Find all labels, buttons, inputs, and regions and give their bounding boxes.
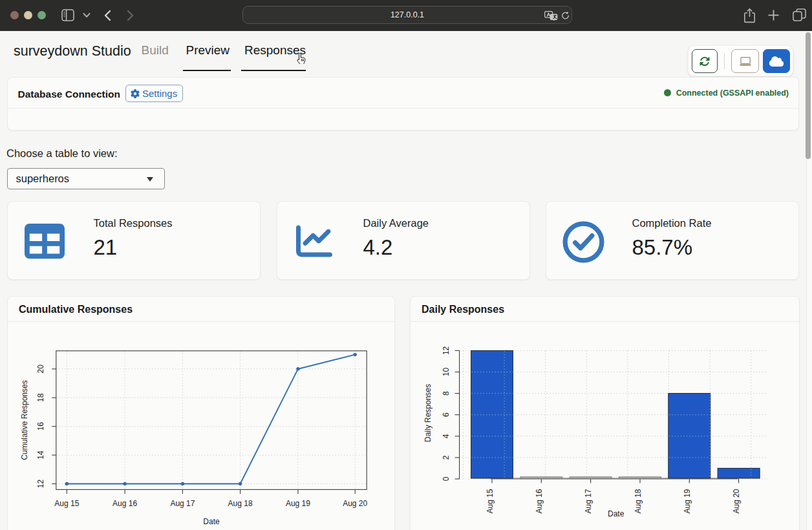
svg-text:Cumulative Responses: Cumulative Responses	[20, 380, 29, 460]
svg-text:Aug 20: Aug 20	[343, 499, 367, 508]
svg-text:Aug 18: Aug 18	[634, 489, 643, 513]
svg-text:8: 8	[442, 391, 451, 396]
svg-text:0: 0	[442, 476, 451, 481]
svg-text:Aug 15: Aug 15	[486, 489, 495, 513]
svg-text:10: 10	[442, 368, 451, 377]
svg-text:18: 18	[36, 393, 45, 402]
svg-text:Date: Date	[608, 509, 625, 518]
svg-text:2: 2	[442, 455, 451, 460]
svg-text:Aug 18: Aug 18	[228, 499, 253, 508]
svg-text:Aug 16: Aug 16	[535, 489, 544, 513]
svg-text:Aug 20: Aug 20	[732, 489, 741, 513]
svg-text:Aug 16: Aug 16	[112, 499, 137, 508]
svg-text:12: 12	[442, 346, 451, 355]
svg-text:Daily Responses: Daily Responses	[423, 384, 433, 442]
svg-text:12: 12	[36, 480, 45, 489]
svg-text:16: 16	[36, 422, 45, 431]
svg-text:Aug 17: Aug 17	[584, 489, 593, 513]
svg-text:14: 14	[36, 450, 45, 460]
svg-text:Aug 15: Aug 15	[54, 499, 79, 508]
svg-text:Date: Date	[203, 517, 220, 526]
svg-text:Aug 19: Aug 19	[286, 499, 310, 508]
svg-text:Aug 19: Aug 19	[683, 489, 692, 513]
svg-text:6: 6	[442, 412, 451, 417]
svg-text:Aug 17: Aug 17	[170, 499, 195, 508]
svg-text:4: 4	[442, 434, 451, 438]
svg-text:20: 20	[36, 365, 45, 374]
